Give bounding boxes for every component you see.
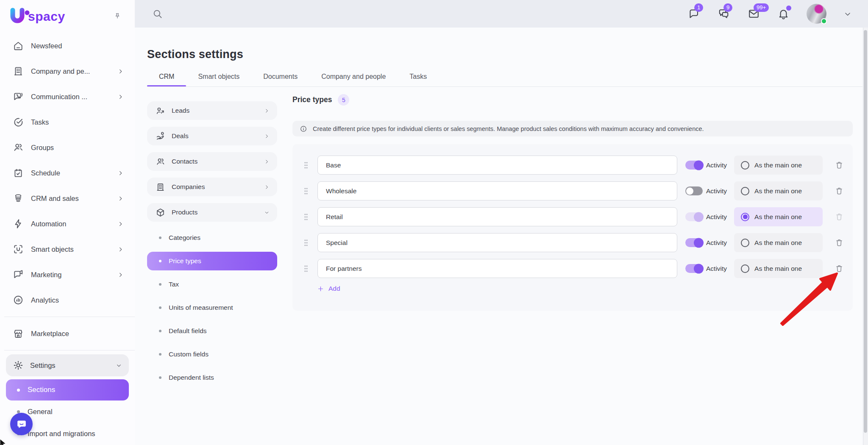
sidebar-item-marketing[interactable]: Marketing [0, 262, 135, 287]
drag-handle-icon[interactable] [303, 186, 309, 196]
sidebar-item-smart-objects[interactable]: Smart objects [0, 236, 135, 262]
tab-smart-objects[interactable]: Smart objects [186, 67, 251, 86]
as-main-label: As the main one [754, 187, 802, 195]
tab-documents[interactable]: Documents [251, 67, 309, 86]
price-type-name-input[interactable] [317, 233, 677, 252]
sidebar-item-groups[interactable]: Groups [0, 135, 135, 160]
subnav-card-leads[interactable]: Leads [147, 101, 277, 120]
sidebar-item-label: Newsfeed [31, 42, 62, 50]
subnav-card-companies[interactable]: Companies [147, 178, 277, 196]
sidebar-subitem-sections[interactable]: Sections [6, 379, 129, 400]
chevron-right-icon [117, 246, 124, 253]
sidebar-item-marketplace[interactable]: Marketplace [0, 321, 135, 346]
sidebar-item-schedule[interactable]: Schedule [0, 160, 135, 186]
bullet-icon [17, 389, 20, 392]
sidebar-item-label: Marketplace [31, 330, 69, 338]
activity-toggle[interactable] [685, 264, 703, 273]
avatar[interactable] [807, 4, 826, 24]
activity-label: Activity [706, 239, 727, 247]
team-chat-icon[interactable]: 9 [717, 8, 730, 20]
toggle-knob [694, 160, 704, 170]
radio-icon[interactable] [741, 161, 749, 170]
scrollbar-thumb[interactable] [864, 30, 867, 433]
sidebar-item-newsfeed[interactable]: Newsfeed [0, 33, 135, 58]
subnav-item-label: Dependent lists [169, 374, 214, 381]
radio-icon[interactable] [741, 187, 749, 195]
chat-icon[interactable]: 1 [688, 8, 700, 20]
as-main-option[interactable]: As the main one [734, 207, 823, 226]
calendar-icon [13, 167, 24, 178]
uspacy-logo[interactable]: spacy [8, 7, 65, 26]
building-icon [13, 66, 24, 77]
sidebar-item-analytics[interactable]: Analytics [0, 287, 135, 313]
pin-icon[interactable] [113, 12, 122, 21]
chevron-right-icon [264, 108, 270, 114]
sidebar-item-label: CRM and sales [31, 195, 79, 203]
radio-icon[interactable] [741, 239, 749, 247]
sidebar-item-company-and-pe[interactable]: Company and pe... [0, 58, 135, 84]
scrollbar-track[interactable] [863, 28, 868, 445]
profile-chevron-down-icon[interactable] [843, 10, 852, 18]
sidebar-item-crm-and-sales[interactable]: CRM and sales [0, 186, 135, 211]
tab-label: Documents [263, 73, 298, 81]
subnav-card-deals[interactable]: Deals [147, 127, 277, 145]
mail-icon[interactable]: 99+ [747, 8, 760, 20]
tab-tasks[interactable]: Tasks [398, 67, 439, 86]
activity-toggle[interactable] [685, 161, 703, 170]
bell-icon[interactable] [777, 8, 790, 20]
activity-toggle[interactable] [685, 186, 703, 195]
tab-crm[interactable]: CRM [147, 67, 186, 86]
drag-handle-icon[interactable] [303, 238, 309, 248]
page-title: Sections settings [147, 48, 243, 61]
price-type-name-input[interactable] [317, 259, 677, 278]
marketing-icon [13, 269, 24, 280]
price-type-row-special: ActivityAs the main one [292, 233, 853, 252]
radio-icon[interactable] [741, 264, 749, 273]
mail-badge: 99+ [754, 3, 769, 12]
drag-handle-icon[interactable] [303, 264, 309, 274]
delete-icon[interactable] [835, 264, 844, 273]
subnav-item-categories[interactable]: Categories [147, 228, 277, 247]
subnav-item-price-types[interactable]: Price types [147, 252, 277, 270]
building-icon [156, 182, 165, 192]
sidebar-item-label: Smart objects [31, 245, 74, 253]
subnav-item-tax[interactable]: Tax [147, 275, 277, 294]
activity-toggle[interactable] [685, 212, 703, 221]
search-icon[interactable] [152, 8, 163, 19]
tab-company-and-people[interactable]: Company and people [309, 67, 398, 86]
support-chat-fab[interactable] [10, 413, 33, 435]
sidebar-item-communication[interactable]: Communication ... [0, 84, 135, 109]
price-type-name-input[interactable] [317, 181, 677, 200]
smart-icon [13, 244, 24, 255]
as-main-option[interactable]: As the main one [734, 156, 823, 175]
radio-icon[interactable] [741, 213, 749, 221]
subnav-card-contacts[interactable]: Contacts [147, 152, 277, 171]
product-icon [156, 208, 165, 217]
activity-toggle[interactable] [685, 238, 703, 247]
deal-icon [156, 131, 165, 141]
subnav-card-products[interactable]: Products [147, 203, 277, 222]
activity-label: Activity [706, 187, 727, 195]
subnav-item-custom-fields[interactable]: Custom fields [147, 345, 277, 364]
delete-icon[interactable] [835, 186, 844, 196]
as-main-option[interactable]: As the main one [734, 181, 823, 200]
drag-handle-icon[interactable] [303, 160, 309, 170]
add-button[interactable]: Add [317, 285, 853, 292]
price-type-name-input[interactable] [317, 207, 677, 226]
chevron-down-icon [264, 210, 270, 215]
tabs-divider [147, 86, 862, 87]
drag-handle-icon[interactable] [303, 212, 309, 222]
subnav-item-dependent-lists[interactable]: Dependent lists [147, 368, 277, 387]
price-type-row-wholesale: ActivityAs the main one [292, 181, 853, 200]
delete-icon[interactable] [835, 160, 844, 170]
subnav-item-units-of-measurement[interactable]: Units of measurement [147, 298, 277, 317]
sidebar-item-automation[interactable]: Automation [0, 211, 135, 236]
delete-icon[interactable] [835, 238, 844, 248]
sidebar-item-tasks[interactable]: Tasks [0, 109, 135, 135]
as-main-option[interactable]: As the main one [734, 259, 823, 278]
subnav-item-default-fields[interactable]: Default fields [147, 322, 277, 340]
sidebar-item-label: Company and pe... [31, 67, 90, 75]
sidebar-item-settings[interactable]: Settings [6, 354, 129, 376]
price-type-name-input[interactable] [317, 156, 677, 175]
as-main-option[interactable]: As the main one [734, 233, 823, 252]
